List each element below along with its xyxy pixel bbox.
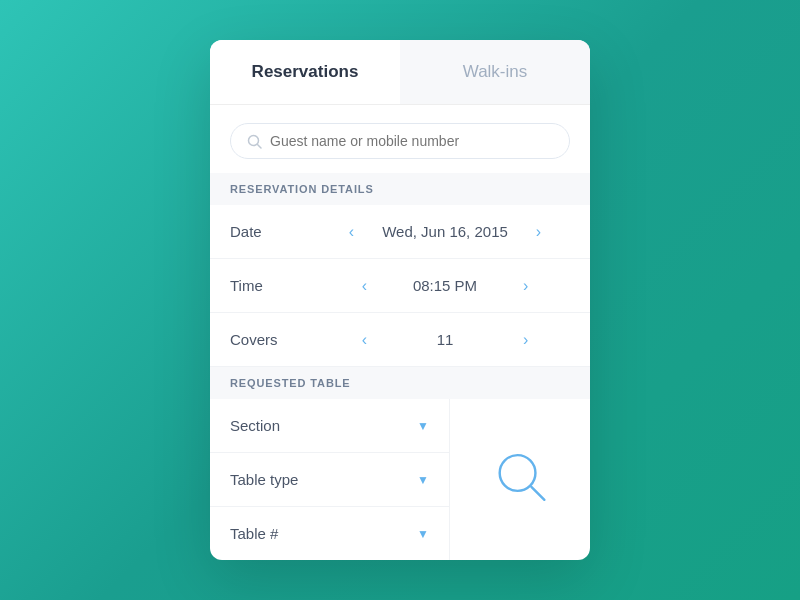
time-label: Time [230, 277, 320, 294]
table-type-label: Table type [230, 471, 298, 488]
covers-value: 11 [395, 331, 495, 348]
main-card: Reservations Walk-ins RESERVATION DETAIL… [210, 40, 590, 560]
magnifier-column [450, 399, 590, 560]
section-label: Section [230, 417, 280, 434]
covers-prev-button[interactable]: ‹ [358, 332, 371, 348]
covers-label: Covers [230, 331, 320, 348]
time-next-button[interactable]: › [519, 278, 532, 294]
time-nav: ‹ 08:15 PM › [320, 277, 570, 294]
section-arrow-icon: ▼ [417, 419, 429, 433]
reservation-details-header: RESERVATION DETAILS [210, 173, 590, 205]
svg-point-2 [500, 455, 536, 491]
dropdowns-column: Section ▼ Table type ▼ Table # ▼ [210, 399, 450, 560]
table-number-label: Table # [230, 525, 278, 542]
date-next-button[interactable]: › [532, 224, 545, 240]
requested-table-section: Section ▼ Table type ▼ Table # ▼ [210, 399, 590, 560]
section-dropdown[interactable]: Section ▼ [210, 399, 449, 453]
tab-reservations[interactable]: Reservations [210, 40, 400, 104]
covers-nav: ‹ 11 › [320, 331, 570, 348]
requested-table-header: REQUESTED TABLE [210, 367, 590, 399]
time-value: 08:15 PM [395, 277, 495, 294]
time-prev-button[interactable]: ‹ [358, 278, 371, 294]
tab-bar: Reservations Walk-ins [210, 40, 590, 105]
date-nav: ‹ Wed, Jun 16, 2015 › [320, 223, 570, 240]
svg-line-1 [258, 144, 262, 148]
table-number-arrow-icon: ▼ [417, 527, 429, 541]
table-type-dropdown[interactable]: Table type ▼ [210, 453, 449, 507]
covers-row: Covers ‹ 11 › [210, 313, 590, 367]
time-row: Time ‹ 08:15 PM › [210, 259, 590, 313]
date-prev-button[interactable]: ‹ [345, 224, 358, 240]
svg-line-3 [531, 487, 544, 500]
magnifier-icon [490, 447, 550, 512]
table-type-arrow-icon: ▼ [417, 473, 429, 487]
tab-walk-ins[interactable]: Walk-ins [400, 40, 590, 104]
date-label: Date [230, 223, 320, 240]
search-input[interactable] [270, 133, 553, 149]
covers-next-button[interactable]: › [519, 332, 532, 348]
date-value: Wed, Jun 16, 2015 [382, 223, 508, 240]
search-area [210, 105, 590, 173]
date-row: Date ‹ Wed, Jun 16, 2015 › [210, 205, 590, 259]
search-icon [247, 134, 262, 149]
table-number-dropdown[interactable]: Table # ▼ [210, 507, 449, 560]
search-box [230, 123, 570, 159]
